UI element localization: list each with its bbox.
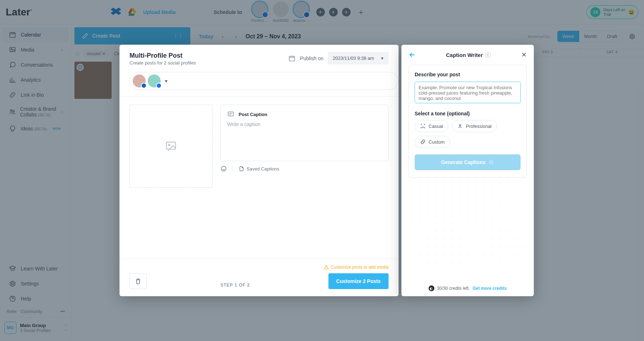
image-placeholder-icon (165, 140, 177, 152)
tone-professional[interactable]: Professional (452, 120, 497, 132)
publish-on-label: Publish on (300, 56, 323, 61)
multi-profile-post-modal: Multi-Profile Post Create posts for 2 so… (119, 45, 399, 296)
describe-label: Describe your post (415, 72, 521, 77)
info-icon[interactable]: i (485, 52, 491, 58)
svg-point-13 (459, 124, 461, 126)
back-button[interactable] (407, 50, 417, 60)
profile-avatar-linkedin (133, 75, 146, 87)
casual-icon (420, 123, 426, 129)
chevron-down-icon: ▾ (165, 78, 167, 84)
caption-writer-panel: Caption Writer i ✕ Describe your post Se… (401, 45, 534, 296)
step-label: STEP 1 OF 2 (152, 283, 319, 289)
emoji-icon (220, 165, 227, 172)
background-pattern (409, 172, 527, 264)
svg-rect-8 (289, 56, 294, 61)
svg-point-12 (221, 166, 226, 171)
profile-avatar-facebook (148, 75, 161, 87)
calendar-icon (288, 54, 296, 62)
sparkle-icon (488, 159, 494, 165)
modal-subtitle: Create posts for 2 social profiles (130, 60, 196, 66)
svg-point-10 (169, 144, 170, 145)
arrow-left-icon (408, 51, 416, 59)
tone-casual[interactable]: Casual (415, 120, 448, 132)
emoji-picker-button[interactable] (220, 165, 227, 172)
customize-posts-button[interactable]: Customize 2 Posts (328, 273, 389, 289)
professional-icon (457, 123, 463, 129)
generate-captions-button[interactable]: Generate Captions (415, 154, 521, 170)
saved-captions-button[interactable]: Saved Captions (239, 166, 279, 172)
credit-icon: ◐ (429, 285, 434, 291)
warning-icon (324, 265, 329, 270)
panel-title: Caption Writer (446, 52, 483, 58)
caption-card: Post Caption Write a caption (220, 105, 389, 161)
close-button[interactable]: ✕ (519, 51, 528, 59)
customize-warning: Customize posts to add media (324, 265, 389, 270)
svg-rect-11 (228, 112, 234, 116)
publish-datetime-picker[interactable]: 2023/11/03 9:38 am ▾ (328, 52, 389, 64)
credits-label: 30/30 credits left. (437, 286, 470, 291)
media-dropzone[interactable] (130, 105, 213, 188)
custom-icon (420, 139, 426, 145)
profile-selector[interactable]: ▾ (130, 72, 399, 90)
tone-custom[interactable]: Custom (415, 136, 450, 148)
caption-input[interactable]: Write a caption (227, 121, 382, 127)
get-more-credits-link[interactable]: Get more credits (473, 286, 507, 291)
modal-title: Multi-Profile Post (130, 52, 196, 59)
delete-post-button[interactable] (130, 273, 147, 289)
caption-icon (227, 111, 234, 118)
trash-icon (135, 278, 141, 284)
caption-header: Post Caption (239, 112, 267, 117)
chevron-down-icon: ▾ (381, 56, 384, 61)
describe-input[interactable] (415, 82, 521, 103)
document-icon (239, 166, 244, 172)
tone-label: Select a tone (optional) (415, 111, 521, 116)
